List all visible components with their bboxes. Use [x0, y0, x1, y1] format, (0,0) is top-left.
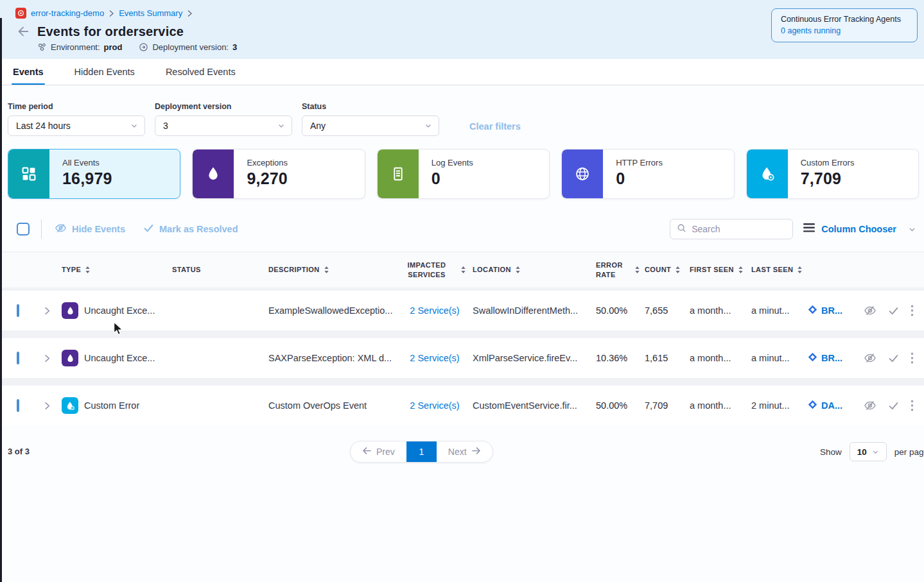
kebab-menu-icon[interactable] [911, 400, 914, 411]
page-size-select[interactable]: 10 [850, 442, 887, 461]
column-chooser-label: Column Chooser [821, 224, 896, 234]
status-select[interactable]: Any [302, 116, 439, 136]
environment-icon [37, 42, 47, 52]
kebab-menu-icon[interactable] [911, 352, 914, 364]
mark-resolved-button[interactable]: Mark as Resolved [143, 223, 238, 235]
search-input[interactable] [692, 224, 786, 234]
column-header-count[interactable]: Count [645, 265, 690, 275]
hamburger-icon [803, 223, 815, 235]
resolve-event-icon[interactable] [888, 353, 899, 364]
row-checkbox[interactable] [17, 399, 19, 412]
sort-icon[interactable] [515, 266, 521, 274]
stat-card-all-events[interactable]: All Events 16,979 [8, 149, 180, 199]
page-title: Events for orderservice [37, 24, 184, 39]
status-value: Any [310, 121, 326, 131]
filter-bar: Time period Last 24 hours Deployment ver… [0, 85, 924, 136]
show-label: Show [820, 447, 842, 457]
chevron-down-icon [277, 122, 285, 130]
deployment-version-select[interactable]: 3 [155, 116, 292, 136]
stat-card-label: Custom Errors [801, 158, 855, 167]
last-seen: 2 minut... [751, 400, 808, 411]
error-tracking-page: error-tracking-demo Events Summary Event… [0, 0, 924, 582]
sort-icon[interactable] [675, 266, 681, 274]
deployment-version-label: Deployment version [155, 102, 292, 111]
resolve-event-icon[interactable] [888, 305, 899, 316]
column-header-description[interactable]: Description [268, 265, 397, 275]
page-number-button[interactable]: 1 [406, 441, 437, 462]
column-header-error-rate[interactable]: Error Rate [596, 261, 645, 280]
agents-card-title: Continuous Error Tracking Agents [781, 15, 908, 24]
table-row[interactable]: Custom Error Custom OverOps Event 2 Serv… [0, 386, 924, 425]
last-seen: a minut... [751, 305, 808, 316]
breadcrumb-section-link[interactable]: Events Summary [119, 8, 182, 18]
column-header-type[interactable]: Type [62, 265, 172, 275]
pagination-bar: 3 of 3 Prev 1 Next Show 10 per page [0, 441, 924, 464]
event-description: SAXParseException: XML d... [268, 353, 397, 363]
resolve-event-icon[interactable] [888, 400, 899, 411]
back-arrow-icon[interactable] [15, 24, 31, 39]
table-row[interactable]: Uncaught Exce... SAXParseException: XML … [0, 338, 924, 378]
hide-event-icon[interactable] [864, 399, 876, 412]
tab-events[interactable]: Events [12, 59, 45, 85]
row-checkbox[interactable] [17, 352, 19, 364]
per-page-label: per page [894, 447, 924, 457]
column-header-last-seen[interactable]: Last Seen [751, 265, 808, 275]
sort-icon[interactable] [460, 266, 466, 274]
sort-icon[interactable] [797, 266, 803, 274]
arrow-left-icon [362, 447, 372, 457]
kebab-menu-icon[interactable] [911, 305, 914, 316]
sort-icon[interactable] [634, 266, 640, 274]
jira-ticket-link[interactable]: BR... [808, 305, 859, 316]
jira-diamond-icon [808, 400, 817, 411]
time-period-select[interactable]: Last 24 hours [8, 116, 145, 136]
column-header-first-seen[interactable]: First Seen [690, 265, 751, 275]
prev-page-button[interactable]: Prev [351, 441, 406, 462]
hide-events-button[interactable]: Hide Events [55, 222, 125, 236]
column-header-status: Status [172, 265, 268, 275]
sort-icon[interactable] [738, 266, 744, 274]
column-chooser-button[interactable]: Column Chooser [803, 223, 916, 235]
sort-icon[interactable] [85, 266, 91, 274]
deployment-label: Deployment version: [152, 42, 229, 52]
select-all-checkbox[interactable] [17, 223, 30, 235]
impacted-services-link[interactable]: 2 Service(s) [410, 353, 459, 363]
stat-card-exceptions[interactable]: Exceptions 9,270 [192, 149, 365, 199]
stat-card-log-events[interactable]: Log Events 0 [377, 149, 550, 199]
stat-card-custom-errors[interactable]: Custom Errors 7,709 [746, 149, 919, 199]
hide-event-icon[interactable] [864, 352, 876, 364]
row-checkbox[interactable] [17, 304, 19, 317]
breadcrumb-app-link[interactable]: error-tracking-demo [31, 8, 104, 18]
impacted-services-link[interactable]: 2 Service(s) [410, 400, 459, 411]
stat-card-http-errors[interactable]: HTTP Errors 0 [561, 149, 734, 199]
grid-icon [8, 150, 49, 198]
deployment-version-icon [139, 42, 148, 52]
expand-row-icon[interactable] [42, 354, 62, 363]
tab-resolved-events[interactable]: Resolved Events [164, 59, 237, 85]
clear-filters-button[interactable]: Clear filters [469, 121, 521, 132]
event-type: Uncaught Exce... [84, 353, 155, 363]
flame-gear-icon [747, 150, 788, 198]
flame-icon [193, 150, 234, 198]
next-page-button[interactable]: Next [437, 441, 493, 462]
column-header-location[interactable]: Location [473, 265, 596, 275]
status-label: Status [302, 102, 439, 111]
expand-row-icon[interactable] [42, 306, 62, 316]
error-rate: 50.00% [596, 400, 645, 411]
table-header: Type Status Description Impacted Service… [0, 252, 924, 287]
table-row[interactable]: Uncaught Exce... ExampleSwallowedExcepti… [0, 291, 924, 330]
environment-label: Environment: [51, 42, 100, 52]
impacted-services-link[interactable]: 2 Service(s) [410, 305, 459, 316]
event-count: 1,615 [645, 353, 690, 363]
agents-status-card: Continuous Error Tracking Agents 0 agent… [771, 8, 918, 42]
jira-ticket-link[interactable]: DA... [808, 400, 859, 411]
jira-ticket-link[interactable]: BR... [808, 352, 859, 364]
stat-cards: All Events 16,979 Exceptions 9,270 Log E… [0, 136, 924, 199]
agents-running-link[interactable]: 0 agents running [781, 26, 908, 35]
sort-icon[interactable] [324, 266, 329, 274]
hide-event-icon[interactable] [864, 304, 876, 317]
page-summary: 3 of 3 [8, 447, 30, 456]
time-period-value: Last 24 hours [16, 121, 71, 131]
column-header-impacted-services[interactable]: Impacted Services [397, 261, 473, 280]
tab-hidden-events[interactable]: Hidden Events [73, 59, 136, 85]
expand-row-icon[interactable] [42, 401, 62, 411]
